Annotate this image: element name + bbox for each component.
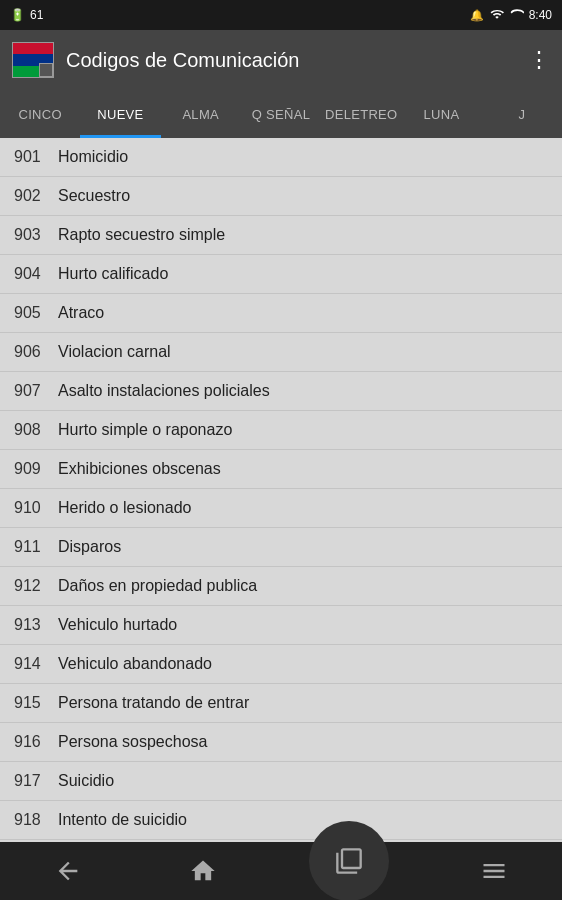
tab-bar: CINCONUEVEALMAQ SEÑALDELETREOLUNAJ	[0, 90, 562, 138]
list-item-label: Asalto instalaciones policiales	[58, 382, 270, 400]
more-vert-icon[interactable]: ⋮	[528, 47, 550, 73]
flag-icon	[12, 42, 54, 78]
list-item-label: Persona tratando de entrar	[58, 694, 249, 712]
flag-emblem	[39, 63, 53, 77]
tab-q-señal[interactable]: Q SEÑAL	[241, 90, 321, 138]
list-item[interactable]: 909Exhibiciones obscenas	[0, 450, 562, 489]
list-item-label: Daños en propiedad publica	[58, 577, 257, 595]
list-item[interactable]: 906Violacion carnal	[0, 333, 562, 372]
list-item-code: 914	[14, 655, 58, 673]
status-bar-left: 🔋 61	[10, 8, 43, 22]
list-item-label: Homicidio	[58, 148, 128, 166]
list-item-label: Disparos	[58, 538, 121, 556]
list-item-label: Persona sospechosa	[58, 733, 207, 751]
signal-icon	[510, 7, 524, 24]
list-item-code: 903	[14, 226, 58, 244]
wifi-icon	[489, 7, 505, 24]
tab-deletreo[interactable]: DELETREO	[321, 90, 401, 138]
list-item-label: Hurto calificado	[58, 265, 168, 283]
list-item-label: Rapto secuestro simple	[58, 226, 225, 244]
list-item-label: Herido o lesionado	[58, 499, 191, 517]
list-item[interactable]: 916Persona sospechosa	[0, 723, 562, 762]
list-item-label: Atraco	[58, 304, 104, 322]
list-item[interactable]: 907Asalto instalaciones policiales	[0, 372, 562, 411]
list-item-label: Secuestro	[58, 187, 130, 205]
list-item-code: 916	[14, 733, 58, 751]
list-item-code: 909	[14, 460, 58, 478]
menu-button[interactable]	[464, 842, 524, 900]
list-item-label: Suicidio	[58, 772, 114, 790]
home-button[interactable]	[173, 842, 233, 900]
list-item-code: 911	[14, 538, 58, 556]
time-display: 8:40	[529, 8, 552, 22]
list-item[interactable]: 911Disparos	[0, 528, 562, 567]
tab-cinco[interactable]: CINCO	[0, 90, 80, 138]
code-list: 901Homicidio902Secuestro903Rapto secuest…	[0, 138, 562, 842]
list-item-code: 913	[14, 616, 58, 634]
tab-j[interactable]: J	[482, 90, 562, 138]
list-item-code: 908	[14, 421, 58, 439]
list-item-code: 905	[14, 304, 58, 322]
list-item-label: Exhibiciones obscenas	[58, 460, 221, 478]
list-item-code: 915	[14, 694, 58, 712]
app-bar: Codigos de Comunicación ⋮	[0, 30, 562, 90]
flag-red	[13, 43, 53, 54]
list-item[interactable]: 917Suicidio	[0, 762, 562, 801]
list-item-code: 910	[14, 499, 58, 517]
bottom-nav	[0, 842, 562, 900]
status-bar: 🔋 61 🔔 8:40	[0, 0, 562, 30]
recents-button[interactable]	[309, 821, 389, 900]
list-item[interactable]: 903Rapto secuestro simple	[0, 216, 562, 255]
list-item-code: 902	[14, 187, 58, 205]
list-item-label: Violacion carnal	[58, 343, 171, 361]
list-item-code: 907	[14, 382, 58, 400]
tab-nueve[interactable]: NUEVE	[80, 90, 160, 138]
list-item-code: 901	[14, 148, 58, 166]
list-item[interactable]: 918Intento de suicidio	[0, 801, 562, 840]
tab-luna[interactable]: LUNA	[401, 90, 481, 138]
app-title: Codigos de Comunicación	[66, 49, 516, 72]
list-item[interactable]: 901Homicidio	[0, 138, 562, 177]
list-item[interactable]: 914Vehiculo abandonado	[0, 645, 562, 684]
status-bar-right: 🔔 8:40	[470, 7, 552, 24]
list-item-code: 918	[14, 811, 58, 829]
list-item[interactable]: 904Hurto calificado	[0, 255, 562, 294]
list-item-code: 904	[14, 265, 58, 283]
list-item[interactable]: 902Secuestro	[0, 177, 562, 216]
list-item-label: Vehiculo hurtado	[58, 616, 177, 634]
list-item[interactable]: 908Hurto simple o raponazo	[0, 411, 562, 450]
list-item[interactable]: 910Herido o lesionado	[0, 489, 562, 528]
list-item-label: Vehiculo abandonado	[58, 655, 212, 673]
battery-percent-text: 61	[30, 8, 43, 22]
notification-icon: 🔔	[470, 9, 484, 22]
tab-alma[interactable]: ALMA	[161, 90, 241, 138]
list-item[interactable]: 915Persona tratando de entrar	[0, 684, 562, 723]
back-button[interactable]	[38, 842, 98, 900]
list-item-code: 906	[14, 343, 58, 361]
list-item-code: 912	[14, 577, 58, 595]
list-item[interactable]: 905Atraco	[0, 294, 562, 333]
list-item-label: Hurto simple o raponazo	[58, 421, 232, 439]
battery-percent: 🔋	[10, 8, 25, 22]
list-item[interactable]: 912Daños en propiedad publica	[0, 567, 562, 606]
list-item-label: Intento de suicidio	[58, 811, 187, 829]
list-item-code: 917	[14, 772, 58, 790]
list-item[interactable]: 913Vehiculo hurtado	[0, 606, 562, 645]
